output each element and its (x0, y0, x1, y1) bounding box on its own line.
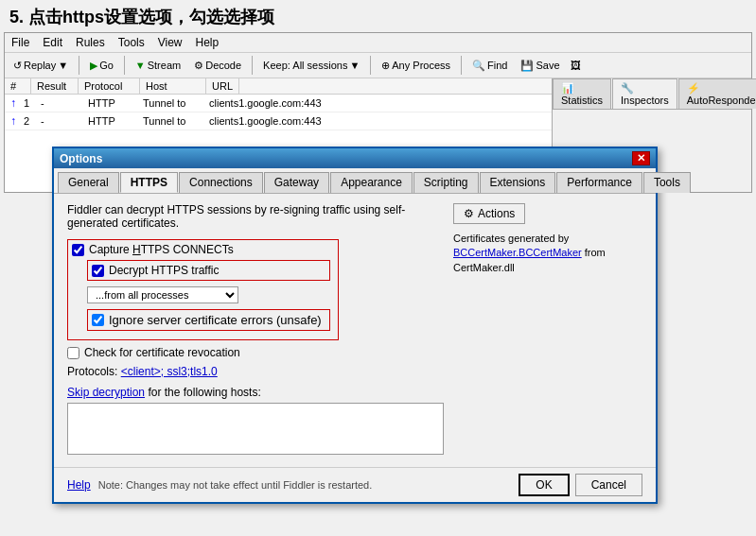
tab-https[interactable]: HTTPS (120, 172, 178, 193)
separator-1 (79, 56, 79, 75)
ok-button[interactable]: OK (519, 474, 569, 496)
tab-inspectors[interactable]: 🔧 Inspectors (612, 78, 677, 109)
keep-dropdown-icon: ▼ (349, 60, 360, 71)
dialog-footer: Help Note: Changes may not take effect u… (54, 467, 656, 502)
dropdown-row: ...from all processes...from browsers on… (87, 286, 330, 303)
row2-num: 2 (18, 114, 35, 128)
row2-host: Tunnel to (137, 114, 203, 128)
actions-button[interactable]: ⚙ Actions (453, 203, 525, 224)
dialog-close-btn[interactable]: ✕ (632, 151, 650, 165)
decrypt-https-section: Decrypt HTTPS traffic (87, 260, 330, 281)
skip-decryption-link[interactable]: Skip decryption (67, 386, 145, 399)
separator-4 (370, 56, 371, 75)
tab-autoresponder[interactable]: ⚡ AutoResponder (678, 78, 756, 109)
autoresponder-icon: ⚡ (687, 82, 700, 94)
menu-file[interactable]: File (9, 35, 32, 50)
row2-result: - (35, 114, 82, 128)
skip-row: Skip decryption for the following hosts: (67, 386, 444, 399)
skip-hosts-textarea[interactable] (67, 403, 444, 455)
tab-general[interactable]: General (58, 172, 119, 193)
menu-view[interactable]: View (155, 35, 185, 50)
save-label: Save (536, 60, 559, 71)
table-row[interactable]: ↑ 1 - HTTP Tunnel to clients1.google.com… (5, 95, 552, 112)
cert-info: Certificates generated by BCCertMaker.BC… (453, 232, 642, 275)
actions-icon: ⚙ (464, 207, 474, 220)
capture-https-label: Capture HTTPS CONNECTs (89, 243, 234, 256)
decrypt-https-checkbox[interactable] (92, 265, 104, 277)
replay-icon: ↺ (13, 60, 22, 72)
toolbar-keep-btn[interactable]: Keep: All sessions ▼ (258, 58, 364, 73)
protocols-value[interactable]: <client>; ssl3;tls1.0 (121, 365, 218, 378)
decode-icon: ⚙ (194, 60, 203, 72)
toolbar-save-btn[interactable]: 💾 Save (516, 58, 564, 74)
tab-appearance[interactable]: Appearance (330, 172, 413, 193)
toolbar-extra-icon: 🖼 (571, 60, 581, 71)
process-dropdown[interactable]: ...from all processes...from browsers on… (87, 286, 238, 303)
toolbar-stream-btn[interactable]: ▼ Stream (131, 58, 185, 73)
separator-3 (252, 56, 253, 75)
menu-rules[interactable]: Rules (73, 35, 108, 50)
row1-url: clients1.google.com:443 (203, 96, 327, 110)
menu-help[interactable]: Help (193, 35, 222, 50)
separator-2 (124, 56, 125, 75)
decrypt-https-row[interactable]: Decrypt HTTPS traffic (92, 264, 322, 277)
menu-edit[interactable]: Edit (40, 35, 65, 50)
dialog-title: Options (60, 152, 102, 165)
decode-label: Decode (205, 60, 241, 71)
separator-5 (461, 56, 462, 75)
stats-icon: 📊 (561, 82, 574, 94)
menu-tools[interactable]: Tools (115, 35, 148, 50)
col-result: Result (31, 78, 79, 94)
table-row[interactable]: ↑ 2 - HTTP Tunnel to clients1.google.com… (5, 112, 552, 130)
sessions-header: # Result Protocol Host URL (5, 78, 552, 95)
col-host: Host (140, 78, 206, 94)
inspectors-icon: 🔧 (621, 82, 634, 94)
ignore-cert-label: Ignore server certificate errors (unsafe… (109, 313, 322, 327)
decrypt-https-label: Decrypt HTTPS traffic (109, 264, 219, 277)
footer-left: Help Note: Changes may not take effect u… (67, 478, 372, 492)
col-url: URL (206, 78, 239, 94)
capture-https-checkbox[interactable] (72, 244, 84, 256)
toolbar-decode-btn[interactable]: ⚙ Decode (189, 58, 246, 74)
ignore-cert-checkbox[interactable] (92, 314, 104, 326)
replay-label: Replay (24, 60, 56, 71)
row1-protocol: HTTP (82, 96, 137, 110)
page-title: 5. 点击https设置选项，勾选选择项 (0, 0, 756, 32)
row1-num: 1 (18, 96, 35, 110)
go-label: Go (99, 60, 114, 71)
check-revocation-checkbox[interactable] (67, 347, 79, 359)
go-icon: ▶ (90, 60, 97, 72)
autoresponder-label: AutoResponder (687, 95, 756, 106)
tab-extensions[interactable]: Extensions (480, 172, 556, 193)
tab-performance[interactable]: Performance (556, 172, 642, 193)
capture-https-row[interactable]: Capture HTTPS CONNECTs (72, 243, 330, 256)
menu-bar: File Edit Rules Tools View Help (5, 33, 751, 53)
cancel-button[interactable]: Cancel (575, 474, 642, 496)
col-num: # (5, 78, 31, 94)
find-label: Find (487, 60, 507, 71)
toolbar: ↺ Replay ▼ ▶ Go ▼ Stream ⚙ Decode Keep: … (5, 53, 751, 78)
tab-gateway[interactable]: Gateway (264, 172, 329, 193)
dialog-left: Fiddler can decrypt HTTPS sessions by re… (67, 203, 444, 458)
find-icon: 🔍 (472, 60, 485, 72)
capture-https-section: Capture HTTPS CONNECTs Decrypt HTTPS tra… (67, 239, 339, 340)
tab-connections[interactable]: Connections (179, 172, 263, 193)
actions-label: Actions (478, 207, 515, 220)
tab-statistics[interactable]: 📊 Statistics (553, 78, 611, 109)
tab-tools[interactable]: Tools (643, 172, 691, 193)
toolbar-process-btn[interactable]: ⊕ Any Process (377, 58, 455, 74)
toolbar-find-btn[interactable]: 🔍 Find (467, 58, 512, 74)
dialog-content-layout: Fiddler can decrypt HTTPS sessions by re… (67, 203, 642, 458)
cert-info-link[interactable]: BCCertMaker.BCCertMaker (453, 247, 582, 258)
row2-arrow: ↑ (5, 113, 18, 129)
help-link[interactable]: Help (67, 478, 91, 492)
toolbar-replay-btn[interactable]: ↺ Replay ▼ (9, 58, 73, 74)
toolbar-go-btn[interactable]: ▶ Go (85, 58, 118, 74)
keep-label: Keep: All sessions (263, 60, 347, 71)
tab-scripting[interactable]: Scripting (413, 172, 479, 193)
right-panel-tabs: 📊 Statistics 🔧 Inspectors ⚡ AutoResponde… (553, 78, 751, 110)
skip-decryption-suffix: for the following hosts: (148, 386, 260, 399)
dialog-right: ⚙ Actions Certificates generated by BCCe… (453, 203, 642, 458)
save-icon: 💾 (520, 60, 534, 72)
check-revocation-row[interactable]: Check for certificate revocation (67, 346, 444, 359)
